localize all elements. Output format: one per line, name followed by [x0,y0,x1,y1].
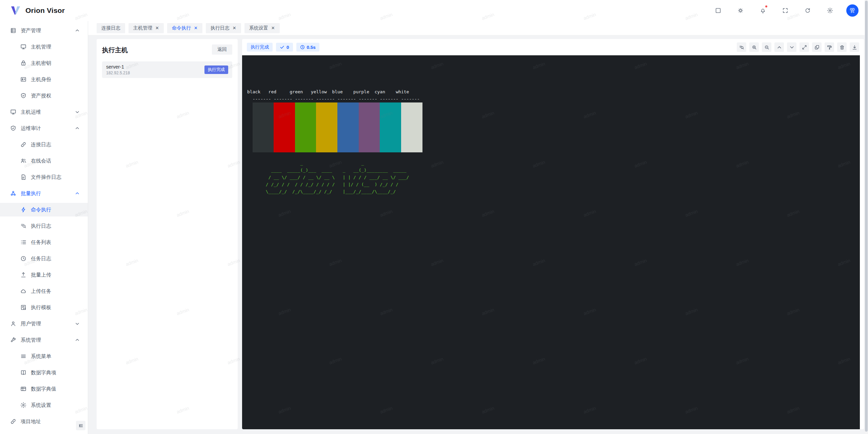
color-block-cyan [380,102,401,152]
sidebar-item-label: 系统设置 [31,402,51,409]
tab-close-icon[interactable]: ✕ [271,26,275,30]
sidebar-item-label: 系统菜单 [31,353,51,360]
logo-v-icon [10,5,21,16]
expand-button[interactable] [800,42,809,52]
chevron-down-icon [75,110,80,114]
sidebar-item-执行模板[interactable]: 执行模板 [0,301,88,314]
sidebar: 资产管理主机管理主机密钥主机身份资产授权主机运维运维审计连接日志在线会话文件操作… [0,21,88,434]
content-area: 连接日志主机管理✕命令执行✕执行日志✕系统设置✕ 执行主机 返回 server-… [88,21,868,434]
copy-button[interactable] [812,42,822,52]
terminal-tools [737,42,859,52]
sidebar-item-资产授权[interactable]: 资产授权 [0,89,88,102]
zoom-out-icon [764,45,769,50]
download-button[interactable] [850,42,859,52]
scroll-top-button[interactable] [774,42,784,52]
color-block-white [401,102,422,152]
sidebar-group-0[interactable]: 资产管理 [0,24,88,37]
tab-close-icon[interactable]: ✕ [194,26,198,30]
expand-icon [802,45,807,50]
sidebar-group-6[interactable]: 项目地址 [0,415,88,428]
tab-系统设置[interactable]: 系统设置✕ [244,23,280,33]
theme-button[interactable] [734,4,747,17]
sidebar-item-数据字典值[interactable]: 数据字典值 [0,382,88,396]
sidebar-item-label: 主机管理 [31,44,51,50]
sidebar-item-主机身份[interactable]: 主机身份 [0,73,88,86]
tab-连接日志[interactable]: 连接日志 [97,23,125,33]
sidebar-item-系统设置[interactable]: 系统设置 [0,398,88,412]
tab-命令执行[interactable]: 命令执行✕ [167,23,202,33]
page-scrollbar[interactable] [865,0,868,434]
refresh-icon [805,7,811,14]
sidebar-item-批量上传[interactable]: 批量上传 [0,268,88,282]
sidebar-group-label: 系统管理 [21,337,41,343]
clear-button[interactable] [825,42,834,52]
user-avatar[interactable]: 管 [846,4,859,17]
search-list-icon [20,223,26,229]
search-button[interactable] [737,42,746,52]
sidebar-group-4[interactable]: 用户管理 [0,317,88,331]
template-icon [20,304,26,310]
sidebar-item-任务列表[interactable]: 任务列表 [0,235,88,249]
sidebar-group-3[interactable]: 批量执行 [0,187,88,200]
bell-icon [760,7,766,14]
app-logo: Orion Visor [10,5,65,16]
sidebar-item-文件操作日志[interactable]: 文件操作日志 [0,170,88,184]
fullscreen-button[interactable] [779,4,791,17]
sidebar-item-label: 在线会话 [31,158,51,164]
scroll-bottom-icon [789,45,794,50]
tab-主机管理[interactable]: 主机管理✕ [129,23,164,33]
storage-icon [10,27,16,34]
terminal-line [247,74,860,81]
execution-status-badges: 执行完成 0 0.5s [247,43,319,52]
sidebar-item-上传任务[interactable]: 上传任务 [0,284,88,298]
duration-badge: 0.5s [296,43,319,52]
tab-close-icon[interactable]: ✕ [155,26,159,30]
sidebar-item-在线会话[interactable]: 在线会话 [0,154,88,168]
sidebar-item-任务日志[interactable]: 任务日志 [0,252,88,265]
sidebar-group-label: 用户管理 [21,321,41,327]
terminal-line: _ _ [266,159,860,167]
zoom-out-button[interactable] [762,42,771,52]
delete-button[interactable] [837,42,847,52]
sidebar-item-label: 连接日志 [31,141,51,148]
sidebar-group-5[interactable]: 系统管理 [0,333,88,347]
monitor-icon [10,109,16,115]
terminal-output[interactable]: black red green yellow blue purple cyan … [242,55,860,429]
zoom-in-button[interactable] [749,42,759,52]
fullscreen-icon [782,7,788,14]
link-icon [10,418,16,424]
bell-button[interactable] [757,4,769,17]
tab-执行日志[interactable]: 执行日志✕ [206,23,241,33]
sidebar-item-连接日志[interactable]: 连接日志 [0,138,88,151]
sidebar-group-label: 项目地址 [21,418,41,425]
chevron-up-icon [75,28,80,33]
sidebar-group-label: 资产管理 [21,27,41,34]
server-list-item[interactable]: server-1 182.92.5.218 执行完成 [102,61,232,78]
sidebar-item-执行日志[interactable]: 执行日志 [0,219,88,233]
sidebar-group-1[interactable]: 主机运维 [0,105,88,119]
code-square-button[interactable] [712,4,724,17]
settings-button[interactable] [824,4,836,17]
sidebar-item-label: 批量上传 [31,272,51,278]
chevron-up-icon [75,191,80,196]
book-icon [20,370,26,376]
sidebar-item-label: 任务列表 [31,239,51,246]
sidebar-item-主机管理[interactable]: 主机管理 [0,40,88,54]
tab-close-icon[interactable]: ✕ [233,26,236,30]
sidebar-collapse-button[interactable] [76,421,85,430]
ascii-art-banner: _ _ ____ _____(_)___ ____ _ __(_)_______… [247,159,860,195]
sidebar-item-命令执行[interactable]: 命令执行 [0,203,88,216]
sidebar-item-主机密钥[interactable]: 主机密钥 [0,56,88,70]
id-card-icon [20,76,26,82]
copy-icon [814,45,820,50]
scroll-bottom-button[interactable] [787,42,796,52]
sidebar-item-系统菜单[interactable]: 系统菜单 [0,350,88,363]
refresh-button[interactable] [802,4,814,17]
upload-icon [20,272,26,278]
scrollbar-thumb[interactable] [865,1,868,432]
sidebar-group-2[interactable]: 运维审计 [0,121,88,135]
sidebar-item-数据字典项[interactable]: 数据字典项 [0,366,88,379]
server-info: server-1 182.92.5.218 [106,64,130,75]
sidebar-item-label: 命令执行 [31,207,51,213]
back-button[interactable]: 返回 [212,44,232,55]
